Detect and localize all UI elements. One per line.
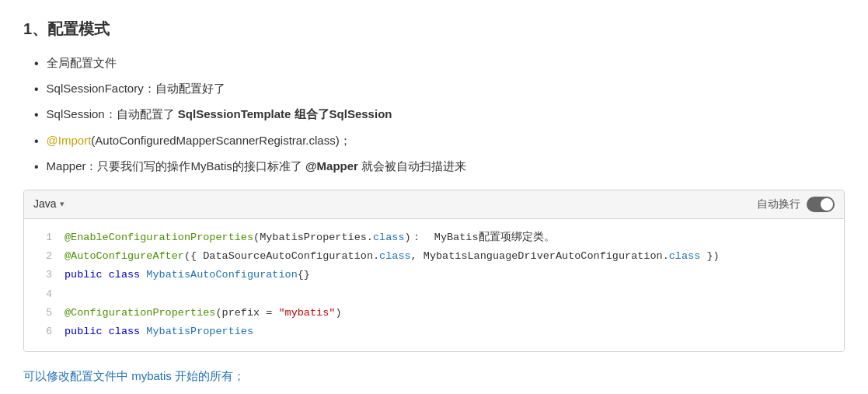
- code-toolbar: Java ▾ 自动换行: [24, 190, 844, 219]
- list-item-1-text: 全局配置文件: [47, 53, 117, 73]
- code-line-4: 4: [24, 285, 844, 304]
- code-content-3: public class MybatisAutoConfiguration{}: [64, 266, 835, 284]
- line-number-3: 3: [33, 266, 52, 284]
- list-item-5: Mapper：只要我们写的操作MyBatis的接口标准了 @Mapper 就会被…: [31, 156, 845, 177]
- page-heading: 1、配置模式: [23, 16, 845, 42]
- footer-note: 可以修改配置文件中 mybatis 开始的所有；: [23, 366, 845, 386]
- code-line-5: 5 @ConfigurationProperties(prefix = "myb…: [24, 304, 844, 323]
- bullet-list: 全局配置文件 SqlSessionFactory：自动配置好了 SqlSessi…: [23, 53, 845, 177]
- code-line-3: 3 public class MybatisAutoConfiguration{…: [24, 266, 844, 284]
- line-number-2: 2: [33, 247, 52, 265]
- auto-wrap-toggle[interactable]: [807, 197, 835, 212]
- language-selector[interactable]: Java ▾: [33, 195, 64, 214]
- code-content-4: [64, 285, 835, 304]
- code-line-6: 6 public class MybatisProperties: [24, 323, 844, 341]
- list-item-2: SqlSessionFactory：自动配置好了: [31, 78, 845, 99]
- code-body: 1 @EnableConfigurationProperties(Mybatis…: [24, 219, 844, 351]
- code-line-2: 2 @AutoConfigureAfter({ DataSourceAutoCo…: [24, 247, 844, 266]
- chevron-down-icon: ▾: [60, 197, 64, 211]
- list-item-1: 全局配置文件: [31, 53, 845, 74]
- code-content-5: @ConfigurationProperties(prefix = "mybat…: [64, 304, 835, 323]
- list-item-2-text: SqlSessionFactory：自动配置好了: [47, 78, 225, 99]
- auto-wrap-label: 自动换行: [757, 195, 800, 214]
- line-number-6: 6: [33, 323, 52, 340]
- language-label: Java: [33, 195, 57, 214]
- code-content-2: @AutoConfigureAfter({ DataSourceAutoConf…: [64, 247, 835, 266]
- list-item-3: SqlSession：自动配置了 SqlSessionTemplate 组合了S…: [31, 104, 845, 125]
- list-item-4: @Import(AutoConfiguredMapperScannerRegis…: [31, 131, 845, 152]
- line-number-5: 5: [33, 304, 52, 322]
- line-number-4: 4: [33, 285, 52, 303]
- code-line-1: 1 @EnableConfigurationProperties(Mybatis…: [24, 228, 844, 247]
- code-content-6: public class MybatisProperties: [64, 323, 835, 341]
- list-item-3-text: SqlSession：自动配置了 SqlSessionTemplate 组合了S…: [47, 104, 392, 124]
- list-item-5-text: Mapper：只要我们写的操作MyBatis的接口标准了 @Mapper 就会被…: [47, 156, 467, 176]
- list-item-4-text: @Import(AutoConfiguredMapperScannerRegis…: [47, 131, 351, 151]
- line-number-1: 1: [33, 228, 52, 246]
- toolbar-right: 自动换行: [757, 195, 835, 214]
- code-content-1: @EnableConfigurationProperties(MybatisPr…: [64, 228, 835, 247]
- code-container: Java ▾ 自动换行 1 @EnableConfigurationProper…: [23, 190, 845, 352]
